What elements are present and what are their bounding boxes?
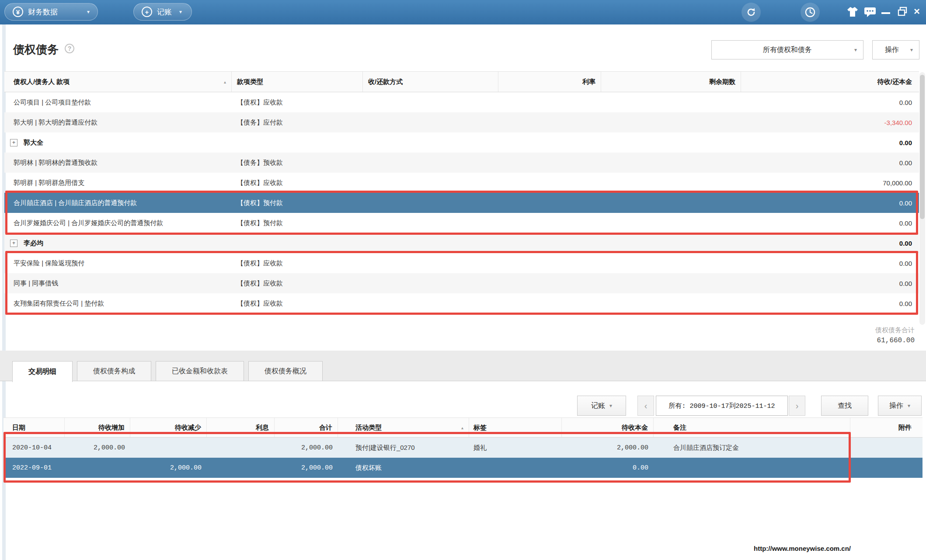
type-cell: 【债权】应收款 xyxy=(232,92,363,112)
debt-group-row[interactable]: +李必均0.00 xyxy=(4,233,919,253)
expand-icon[interactable]: + xyxy=(10,139,17,146)
type-cell xyxy=(232,132,363,153)
txn-action-button[interactable]: 操作 ▾ xyxy=(878,396,922,416)
type-cell: 【债权】应收款 xyxy=(232,253,363,273)
date-cell: 2022-09-01 xyxy=(3,458,65,478)
debt-filter-value: 所有债权和债务 xyxy=(763,45,812,55)
date-cell: 2020-10-04 xyxy=(3,438,65,458)
col-principal[interactable]: 待收本金 xyxy=(562,418,654,437)
remark-cell xyxy=(654,458,850,478)
type-cell: 【债权】应收款 xyxy=(232,273,363,293)
debtor-cell: 合川罗娅婚庆公司 | 合川罗娅婚庆公司的普通预付款 xyxy=(4,213,232,233)
debt-total-label: 债权债务合计 xyxy=(875,326,915,334)
search-button[interactable]: 查找 xyxy=(821,396,868,416)
vertical-scrollbar[interactable] xyxy=(919,72,925,325)
next-period-button[interactable]: › xyxy=(789,396,805,416)
attachment-cell xyxy=(850,438,923,458)
col-date[interactable]: 日期 xyxy=(3,418,65,437)
debt-group-row[interactable]: +郭大全0.00 xyxy=(4,132,919,153)
col-amount[interactable]: 待收/还本金 xyxy=(741,72,919,92)
debt-row[interactable]: 友翔集团有限责任公司 | 垫付款【债权】应收款0.00 xyxy=(4,293,919,313)
col-periods[interactable]: 剩余期数 xyxy=(601,72,741,92)
refresh-button[interactable] xyxy=(741,3,761,22)
remark-cell: 合川囍庄酒店预订定金 xyxy=(654,438,850,458)
amount-cell: 70,000.00 xyxy=(741,173,919,193)
bookkeeping-label: 记账 xyxy=(157,7,172,17)
rate-cell xyxy=(498,253,601,273)
group-name: 李必均 xyxy=(24,239,43,247)
debt-table-header: 债权人/债务人 款项 ▴ 款项类型 收/还款方式 利率 剩余期数 待收/还本金 xyxy=(4,71,919,92)
tab-3[interactable]: 已收金额和收款表 xyxy=(156,361,244,381)
col-remark[interactable]: 备注 xyxy=(654,418,850,437)
chevron-down-icon: ▾ xyxy=(854,47,857,53)
tabs: 交易明细债权债务构成已收金额和收款表债权债务概况 xyxy=(12,361,323,382)
prev-period-button[interactable]: ‹ xyxy=(637,396,654,416)
rate-cell xyxy=(498,92,601,112)
debtor-cell: 郭大明 | 郭大明的普通应付款 xyxy=(4,112,232,132)
debtor-cell: 郭明林 | 郭明林的普通预收款 xyxy=(4,153,232,173)
help-icon[interactable]: ? xyxy=(65,44,74,53)
attachment-cell xyxy=(850,458,923,478)
debt-row[interactable]: 郭明群 | 郭明群急用借支【债权】应收款70,000.00 xyxy=(4,173,919,193)
restore-button[interactable] xyxy=(897,6,908,17)
debt-row[interactable]: 合川囍庄酒店 | 合川囍庄酒店的普通预付款【债权】预付款0.00 xyxy=(4,193,919,213)
scrollbar-thumb[interactable] xyxy=(920,75,925,219)
col-debtor[interactable]: 债权人/债务人 款项 ▴ xyxy=(4,72,232,92)
transaction-row[interactable]: 2020-10-042,000.002,000.00预付|建设银行_0270婚礼… xyxy=(3,438,923,458)
periods-cell xyxy=(601,132,741,153)
speech-bubble-icon xyxy=(864,6,876,17)
history-button[interactable] xyxy=(801,3,820,22)
feedback-button[interactable] xyxy=(864,6,876,17)
amount-cell: 0.00 xyxy=(741,253,919,273)
debt-row[interactable]: 平安保险 | 保险返现预付【债权】应收款0.00 xyxy=(4,253,919,273)
group-name: 郭大全 xyxy=(24,139,43,147)
restore-icon xyxy=(897,6,908,17)
date-range-input[interactable]: 所有: 2009-10-17到2025-11-12 xyxy=(656,396,788,416)
refresh-icon xyxy=(746,7,756,17)
col-method[interactable]: 收/还款方式 xyxy=(363,72,498,92)
increase-cell xyxy=(65,458,130,478)
debt-row[interactable]: 同事 | 同事借钱【债权】应收款0.00 xyxy=(4,273,919,293)
col-interest[interactable]: 利息 xyxy=(207,418,275,437)
debt-row[interactable]: 郭大明 | 郭大明的普通应付款【债务】应付款-3,340.00 xyxy=(4,112,919,132)
debt-table-body: 公司项目 | 公司项目垫付款【债权】应收款0.00郭大明 | 郭大明的普通应付款… xyxy=(4,92,919,313)
col-rate[interactable]: 利率 xyxy=(498,72,601,92)
rate-cell xyxy=(498,193,601,213)
col-type[interactable]: 款项类型 xyxy=(232,72,363,92)
periods-cell xyxy=(601,233,741,253)
tab-2[interactable]: 债权债务构成 xyxy=(77,361,151,381)
col-tag[interactable]: 标签 xyxy=(469,418,562,437)
debt-row[interactable]: 郭明林 | 郭明林的普通预收款【债务】预收款0.00 xyxy=(4,153,919,173)
transaction-row[interactable]: 2022-09-012,000.002,000.00债权坏账0.00 xyxy=(3,458,923,478)
app-menu-button[interactable]: ¥ 财务数据 ▾ xyxy=(4,3,98,21)
col-total[interactable]: 合计 xyxy=(275,418,338,437)
periods-cell xyxy=(601,92,741,112)
clock-icon xyxy=(804,7,816,18)
debt-action-button[interactable]: 操作 ▾ xyxy=(872,40,919,59)
debt-row[interactable]: 公司项目 | 公司项目垫付款【债权】应收款0.00 xyxy=(4,92,919,112)
close-button[interactable]: × xyxy=(914,6,920,17)
method-cell xyxy=(363,132,498,153)
debt-row[interactable]: 合川罗娅婚庆公司 | 合川罗娅婚庆公司的普通预付款【债权】预付款0.00 xyxy=(4,213,919,233)
theme-button[interactable] xyxy=(846,6,859,17)
expand-icon[interactable]: + xyxy=(10,240,17,247)
txn-bookkeeping-button[interactable]: 记账 ▾ xyxy=(577,396,626,416)
principal-cell: 2,000.00 xyxy=(562,438,654,458)
rate-cell xyxy=(498,233,601,253)
tab-1[interactable]: 交易明细 xyxy=(12,361,73,382)
type-cell xyxy=(232,233,363,253)
page-title: 债权债务 xyxy=(13,42,59,57)
debt-action-label: 操作 xyxy=(885,45,899,55)
debtor-cell: 合川囍庄酒店 | 合川囍庄酒店的普通预付款 xyxy=(4,193,232,213)
bookkeeping-menu-button[interactable]: + 记账 ▾ xyxy=(133,3,192,21)
col-increase[interactable]: 待收增加 xyxy=(65,418,130,437)
close-icon: × xyxy=(914,6,920,17)
total-cell: 2,000.00 xyxy=(275,438,338,458)
col-activity[interactable]: 活动类型 ▴ xyxy=(338,418,469,437)
minimize-button[interactable] xyxy=(881,6,890,14)
col-decrease[interactable]: 待收减少 xyxy=(130,418,207,437)
method-cell xyxy=(363,153,498,173)
col-attachment[interactable]: 附件 xyxy=(850,418,923,437)
tab-4[interactable]: 债权债务概况 xyxy=(248,361,323,381)
debt-filter-select[interactable]: 所有债权和债务 ▾ xyxy=(711,40,863,59)
